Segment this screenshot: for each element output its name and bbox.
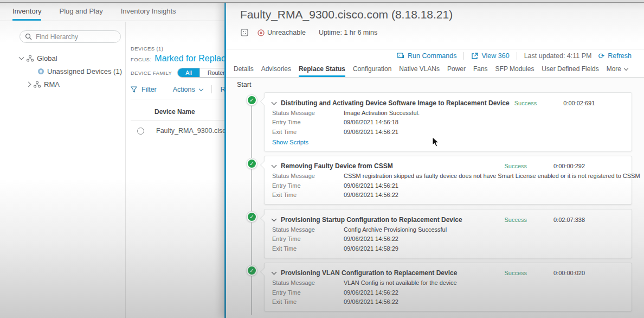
step-card: Provisioning VLAN Configuration to Repla… xyxy=(264,263,632,312)
tab-details[interactable]: Details xyxy=(234,65,254,77)
tab-advisories[interactable]: Advisories xyxy=(261,65,291,77)
device-status-row: Unreachable Uptime: 1 hr 6 mins xyxy=(241,29,377,36)
field-label: Entry Time xyxy=(272,182,344,189)
refresh-button[interactable]: ⟳ Refresh xyxy=(598,52,632,60)
tree-item-label: RMA xyxy=(44,80,60,88)
chevron-down-icon xyxy=(199,86,203,91)
unassigned-status-icon xyxy=(38,68,44,74)
show-scripts-link[interactable]: Show Scripts xyxy=(272,139,308,145)
external-link-icon xyxy=(471,53,478,60)
hierarchy-search[interactable] xyxy=(20,30,121,43)
device-title: Faulty_RMA_9300.cisco.com (8.18.18.21) xyxy=(240,8,453,21)
field-label: Exit Time xyxy=(272,245,344,252)
tab-more[interactable]: More xyxy=(607,65,628,77)
chevron-right-icon[interactable] xyxy=(26,81,31,87)
exit-time-value: 09/06/2021 14:56:22 xyxy=(344,298,398,305)
status-badge: Success xyxy=(504,217,527,223)
run-commands-button[interactable]: Run Commands xyxy=(397,52,456,60)
field-label: Exit Time xyxy=(272,129,344,135)
field-label: Status Message xyxy=(272,110,344,116)
tab-native-vlans[interactable]: Native VLANs xyxy=(399,65,440,77)
divider xyxy=(463,52,464,60)
device-radio[interactable] xyxy=(137,128,144,135)
search-input[interactable] xyxy=(36,33,106,41)
family-option-routers[interactable]: Routers xyxy=(199,68,224,77)
tree-item-rma[interactable]: RMA xyxy=(15,78,125,91)
tree-item-global[interactable]: Global xyxy=(15,52,125,65)
field-label: Status Message xyxy=(272,279,344,286)
tab-configuration[interactable]: Configuration xyxy=(353,65,391,77)
step-title[interactable]: Provisioning Startup Configuration to Re… xyxy=(281,216,462,224)
tab-power[interactable]: Power xyxy=(447,65,466,77)
step-card: Removing Faulty Device from CSSM Success… xyxy=(264,156,632,205)
step-title[interactable]: Provisioning VLAN Configuration to Repla… xyxy=(281,269,457,277)
step-title[interactable]: Removing Faulty Device from CSSM xyxy=(281,162,393,170)
status-badge: Success xyxy=(514,100,537,106)
status-badge: Success xyxy=(504,163,527,169)
timeline-step: ✓ Provisioning VLAN Configuration to Rep… xyxy=(264,263,632,312)
tab-inventory-insights[interactable]: Inventory Insights xyxy=(121,7,176,21)
app-screen: Inventory Plug and Play Inventory Insigh… xyxy=(0,0,644,318)
divider xyxy=(131,120,224,120)
step-title[interactable]: Distributing and Activating Device Softw… xyxy=(281,99,510,107)
replace-button[interactable]: Replace xyxy=(221,86,224,93)
field-label: Status Message xyxy=(272,226,344,233)
status-badge: Success xyxy=(504,270,527,276)
success-check-icon: ✓ xyxy=(247,265,257,276)
status-message-value: Image Activation Successful. xyxy=(344,110,420,116)
table-row[interactable]: Faulty_RMA_9300.cisco.com xyxy=(131,127,224,135)
exit-time-value: 09/06/2021 14:58:29 xyxy=(344,245,398,252)
card-notch xyxy=(260,214,268,222)
field-label: Entry Time xyxy=(272,236,344,242)
device-tag-icon xyxy=(241,29,248,36)
entry-time-value: 09/06/2021 14:56:21 xyxy=(344,182,398,189)
step-card: Distributing and Activating Device Softw… xyxy=(264,92,632,151)
chevron-down-icon[interactable] xyxy=(272,216,277,221)
filter-button[interactable]: Filter xyxy=(141,86,157,93)
focus-value[interactable]: Marked for Replacement xyxy=(154,54,224,63)
step-duration: 0:02:07:338 xyxy=(553,217,624,223)
tab-user-defined-fields[interactable]: User Defined Fields xyxy=(542,65,598,77)
entry-time-value: 09/06/2021 14:56:22 xyxy=(344,289,398,296)
device-name-link[interactable]: Faulty_RMA_9300.cisco.com xyxy=(156,127,224,135)
focus-label: FOCUS: xyxy=(131,56,151,62)
device-details-panel: Faulty_RMA_9300.cisco.com (8.18.18.21) U… xyxy=(224,0,644,318)
field-label: Exit Time xyxy=(272,192,344,198)
chevron-down-icon[interactable] xyxy=(19,55,24,60)
step-duration: 0:00:00:292 xyxy=(553,163,624,169)
status-message-value: CSSM registration skipped as faulty devi… xyxy=(344,173,640,179)
actions-button[interactable]: Actions xyxy=(173,86,195,93)
refresh-icon: ⟳ xyxy=(598,52,604,60)
replace-status-timeline: ✓ Distributing and Activating Device Sof… xyxy=(237,92,632,311)
tab-fans[interactable]: Fans xyxy=(473,65,488,77)
tab-replace-status[interactable]: Replace Status xyxy=(299,65,345,77)
field-label: Entry Time xyxy=(272,289,344,296)
main-tabs: Inventory Plug and Play Inventory Insigh… xyxy=(0,3,224,21)
sitemap-icon xyxy=(34,81,41,88)
tab-plug-and-play[interactable]: Plug and Play xyxy=(59,7,102,21)
card-notch xyxy=(260,161,268,168)
uptime-text: Uptime: 1 hr 6 mins xyxy=(319,29,377,36)
tree-item-unassigned-devices[interactable]: Unassigned Devices (1) xyxy=(15,65,125,78)
view-360-button[interactable]: View 360 xyxy=(471,52,509,60)
family-option-all[interactable]: All xyxy=(178,68,199,77)
reachability-status: Unreachable xyxy=(267,29,306,36)
panel-toolbar: Run Commands View 360 Last updated: 4:11… xyxy=(397,50,632,62)
timeline-step: ✓ Distributing and Activating Device Sof… xyxy=(264,92,632,151)
divider xyxy=(211,85,212,93)
entry-time-value: 09/06/2021 14:56:22 xyxy=(344,236,398,242)
chevron-down-icon[interactable] xyxy=(272,163,277,168)
timeline-step: ✓ Removing Faulty Device from CSSM Succe… xyxy=(264,156,632,205)
tab-sfp-modules[interactable]: SFP Modules xyxy=(495,65,534,77)
column-header-device-name[interactable]: Device Name xyxy=(154,108,224,116)
chevron-down-icon[interactable] xyxy=(272,270,277,275)
tree-item-label: Unassigned Devices (1) xyxy=(47,67,122,75)
timeline-step: ✓ Provisioning Startup Configuration to … xyxy=(264,209,632,258)
tab-inventory[interactable]: Inventory xyxy=(12,7,41,21)
hierarchy-sidebar: Global Unassigned Devices (1) RMA xyxy=(15,22,126,318)
inventory-page: Inventory Plug and Play Inventory Insigh… xyxy=(0,3,224,318)
success-check-icon: ✓ xyxy=(247,158,257,169)
card-notch xyxy=(260,268,268,275)
chevron-down-icon[interactable] xyxy=(272,99,277,105)
card-notch xyxy=(260,98,268,105)
